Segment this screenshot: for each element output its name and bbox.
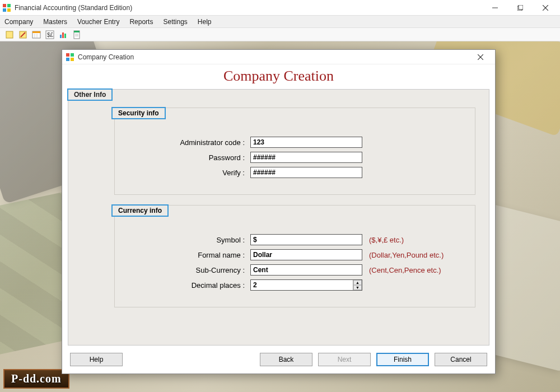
minimize-button[interactable] (482, 0, 507, 16)
spinner-down-icon[interactable]: ▼ (353, 285, 362, 290)
label-verify: Verify : (122, 169, 250, 177)
group-currency-info: Currency info Symbol : ($,¥,£ etc.) Form… (114, 205, 475, 307)
svg-rect-19 (62, 32, 64, 38)
svg-rect-13 (32, 31, 40, 33)
svg-rect-9 (6, 31, 13, 38)
hint-formal-name: (Dollar,Yen,Pound etc.) (369, 251, 444, 259)
group-security-info: Security info Administrator code : Passw… (114, 108, 475, 195)
menu-masters[interactable]: Masters (43, 18, 67, 26)
group-label-security: Security info (111, 107, 166, 119)
input-password[interactable] (250, 152, 362, 163)
input-formal-name[interactable] (250, 249, 362, 260)
app-icon (2, 3, 11, 12)
company-creation-dialog: Company Creation Company Creation Other … (62, 49, 496, 374)
menu-settings[interactable]: Settings (163, 18, 187, 26)
label-symbol: Symbol : (122, 236, 250, 244)
menu-reports[interactable]: Reports (129, 18, 153, 26)
back-button[interactable]: Back (260, 353, 312, 366)
tab-other-info[interactable]: Other Info (67, 88, 113, 101)
input-symbol[interactable] (250, 234, 362, 245)
dialog-icon (66, 53, 74, 62)
maximize-button[interactable] (507, 0, 533, 16)
close-button[interactable] (533, 0, 558, 16)
toolbar-report-icon[interactable] (72, 30, 82, 40)
spinner-up-icon[interactable]: ▲ (353, 280, 362, 285)
svg-rect-26 (71, 53, 74, 57)
dialog-heading: Company Creation (62, 64, 495, 89)
svg-rect-2 (3, 8, 6, 12)
main-titlebar: Financial Accounting (Standard Edition) (0, 0, 560, 16)
input-admin-code[interactable] (250, 137, 362, 148)
toolbar-chart-icon[interactable] (58, 30, 68, 40)
hint-sub-currency: (Cent,Cen,Pence etc.) (369, 266, 441, 274)
cancel-button[interactable]: Cancel (435, 353, 487, 366)
input-decimal-places[interactable] (250, 279, 362, 291)
svg-rect-22 (74, 31, 80, 32)
label-formal-name: Formal name : (122, 251, 250, 259)
toolbar: $£ (0, 28, 560, 41)
svg-rect-25 (66, 53, 69, 57)
dialog-close-button[interactable] (469, 50, 492, 64)
help-button[interactable]: Help (70, 353, 123, 366)
watermark: P-dd.com (3, 369, 69, 389)
toolbar-new-icon[interactable] (4, 30, 15, 40)
svg-rect-20 (64, 34, 66, 38)
hint-symbol: ($,¥,£ etc.) (369, 236, 404, 244)
menubar: Company Masters Voucher Entry Reports Se… (0, 16, 560, 28)
label-decimal-places: Decimal places : (122, 281, 250, 290)
finish-button[interactable]: Finish (376, 353, 429, 366)
svg-rect-28 (71, 58, 74, 61)
svg-text:$£: $£ (47, 32, 54, 38)
label-sub-currency: Sub-Currency : (122, 266, 250, 274)
menu-company[interactable]: Company (4, 18, 33, 26)
svg-rect-0 (3, 4, 6, 7)
next-button: Next (318, 353, 371, 366)
svg-rect-27 (66, 58, 69, 61)
dialog-titlebar: Company Creation (62, 50, 495, 64)
dialog-footer: Help Back Next Finish Cancel (62, 350, 495, 374)
toolbar-edit-icon[interactable] (18, 30, 28, 40)
toolbar-currency-icon[interactable]: $£ (45, 30, 55, 40)
svg-rect-6 (519, 5, 523, 10)
svg-rect-18 (60, 35, 62, 38)
label-password: Password : (122, 153, 250, 162)
label-admin-code: Administrator code : (122, 138, 250, 147)
input-verify[interactable] (250, 167, 362, 178)
menu-help[interactable]: Help (198, 18, 212, 26)
dialog-title: Company Creation (78, 53, 134, 61)
group-label-currency: Currency info (111, 204, 169, 217)
menu-voucher[interactable]: Voucher Entry (77, 18, 119, 26)
toolbar-calendar-icon[interactable] (31, 30, 41, 40)
input-sub-currency[interactable] (250, 264, 362, 276)
app-title: Financial Accounting (Standard Edition) (15, 4, 132, 12)
svg-rect-3 (7, 8, 11, 12)
dialog-body: Other Info Security info Administrator c… (68, 89, 489, 346)
svg-rect-1 (7, 4, 11, 7)
